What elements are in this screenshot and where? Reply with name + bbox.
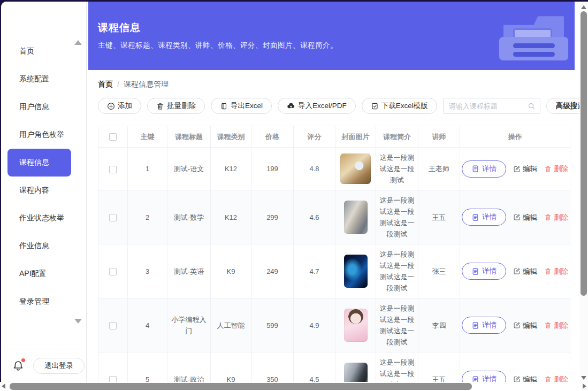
cell-actions: 详情 编辑 xyxy=(460,190,570,244)
detail-button-label: 详情 xyxy=(482,266,497,276)
delete-button[interactable]: 删除 xyxy=(544,212,568,223)
select-all-checkbox[interactable] xyxy=(109,133,117,141)
edit-button[interactable]: 编辑 xyxy=(513,212,537,223)
download-template-label: 下载Excel模版 xyxy=(381,101,428,111)
vertical-scrollbar[interactable] xyxy=(579,3,588,382)
delete-button[interactable]: 删除 xyxy=(544,163,568,174)
row-checkbox-cell xyxy=(98,190,128,244)
export-excel-label: 导出Excel xyxy=(231,101,263,111)
delete-button-label: 删除 xyxy=(554,266,568,277)
edit-button[interactable]: 编辑 xyxy=(513,266,537,277)
horizontal-scrollbar-thumb[interactable] xyxy=(10,383,472,390)
export-document-icon xyxy=(220,102,228,110)
column-header-课程简介: 课程简介 xyxy=(376,126,418,148)
sidebar-footer: 退出登录 xyxy=(1,349,86,382)
cell-id: 4 xyxy=(128,298,167,352)
sidebar-item-用户角色枚举[interactable]: 用户角色枚举 xyxy=(7,121,71,149)
sidebar-item-登录管理[interactable]: 登录管理 xyxy=(7,288,71,316)
edit-button-label: 编辑 xyxy=(523,320,537,331)
table-row: 3 测试-英语 K9 249 4.7 这是一段测试这是一段测试这是一段测试 张三… xyxy=(98,244,570,298)
row-checkbox[interactable] xyxy=(109,322,117,329)
column-header-主键: 主键 xyxy=(128,126,167,148)
main-panel: 课程信息 主键、课程标题、课程类别、讲师、价格、评分、封面图片、课程简介。 首页… xyxy=(88,2,588,391)
cell-price: 299 xyxy=(251,190,294,244)
sidebar-item-首页[interactable]: 首页 xyxy=(7,37,71,65)
document-check-icon xyxy=(371,102,379,110)
scroll-right-arrow-icon[interactable] xyxy=(583,384,586,389)
trash-icon xyxy=(156,102,164,110)
cell-actions: 详情 编辑 xyxy=(460,244,570,298)
scroll-left-arrow-icon[interactable] xyxy=(2,384,5,389)
row-checkbox[interactable] xyxy=(109,214,117,221)
row-checkbox[interactable] xyxy=(109,166,117,173)
detail-button[interactable]: 详情 xyxy=(462,263,506,280)
logout-button[interactable]: 退出登录 xyxy=(33,358,85,374)
sidebar-scroll-down-icon[interactable] xyxy=(74,319,82,324)
cell-cover xyxy=(335,298,376,352)
cell-id: 1 xyxy=(128,148,167,190)
cell-rating: 4.8 xyxy=(294,148,335,190)
cover-image xyxy=(344,309,368,342)
cell-intro: 这是一段测试这是一段测试 xyxy=(376,148,418,190)
edit-pen-icon xyxy=(513,213,521,221)
cell-actions: 详情 编辑 xyxy=(460,148,570,190)
sidebar-item-课程内容[interactable]: 课程内容 xyxy=(7,177,71,204)
delete-button[interactable]: 删除 xyxy=(544,266,568,277)
search-box xyxy=(443,98,540,114)
column-header-评分: 评分 xyxy=(294,126,335,148)
breadcrumb: 首页 / 课程信息管理 xyxy=(98,80,578,89)
edit-button[interactable]: 编辑 xyxy=(513,320,537,331)
sidebar-scroll-up-icon[interactable] xyxy=(74,40,82,45)
table-row: 1 测试-语文 K12 199 4.8 这是一段测试这是一段测试 王老师 详情 xyxy=(98,148,570,190)
row-checkbox[interactable] xyxy=(109,268,117,275)
detail-button[interactable]: 详情 xyxy=(462,209,506,226)
cell-teacher: 王老师 xyxy=(418,148,460,190)
row-checkbox-cell xyxy=(98,298,128,352)
delete-trash-icon xyxy=(544,165,552,173)
scroll-down-arrow-icon[interactable] xyxy=(581,376,586,380)
detail-button[interactable]: 详情 xyxy=(462,317,506,334)
sidebar-item-API配置[interactable]: API配置 xyxy=(7,260,71,288)
edit-pen-icon xyxy=(513,321,521,329)
batch-delete-button[interactable]: 批量删除 xyxy=(147,98,205,114)
search-icon[interactable] xyxy=(528,102,536,110)
cover-image xyxy=(344,201,368,234)
sidebar-item-作业状态枚举[interactable]: 作业状态枚举 xyxy=(7,204,71,232)
detail-button-label: 详情 xyxy=(482,212,497,222)
detail-button-label: 详情 xyxy=(482,320,497,330)
detail-document-icon xyxy=(471,321,479,329)
table-body: 1 测试-语文 K12 199 4.8 这是一段测试这是一段测试 王老师 详情 xyxy=(98,148,570,391)
sidebar-item-作业信息[interactable]: 作业信息 xyxy=(7,232,71,260)
sidebar-item-系统配置[interactable]: 系统配置 xyxy=(7,65,71,93)
edit-pen-icon xyxy=(513,267,521,275)
edit-button[interactable]: 编辑 xyxy=(513,163,537,174)
search-input[interactable] xyxy=(449,102,528,110)
sidebar-item-用户信息[interactable]: 用户信息 xyxy=(7,93,71,121)
cell-id: 2 xyxy=(128,190,167,244)
row-checkbox-cell xyxy=(98,148,128,190)
table-row: 2 测试-数学 K12 299 4.6 这是一段测试这是一段测试这是一段测试 王… xyxy=(98,190,570,244)
scroll-up-arrow-icon[interactable] xyxy=(581,5,586,9)
cell-cover xyxy=(335,148,376,190)
cell-price: 249 xyxy=(251,244,294,298)
column-header-课程类别: 课程类别 xyxy=(211,126,251,148)
horizontal-scrollbar[interactable] xyxy=(0,382,588,391)
download-template-button[interactable]: 下载Excel模版 xyxy=(362,98,437,114)
delete-trash-icon xyxy=(544,213,552,221)
delete-button[interactable]: 删除 xyxy=(544,320,568,331)
breadcrumb-home-link[interactable]: 首页 xyxy=(98,80,113,89)
add-button[interactable]: 添加 xyxy=(98,98,141,114)
import-excel-pdf-button[interactable]: 导入Excel/PDF xyxy=(278,98,356,114)
vertical-scrollbar-thumb[interactable] xyxy=(581,11,587,296)
notification-bell-icon[interactable] xyxy=(12,359,25,372)
delete-trash-icon xyxy=(544,321,552,329)
sidebar-item-课程信息[interactable]: 课程信息 xyxy=(7,149,71,177)
column-header-操作: 操作 xyxy=(460,126,570,148)
edit-button-label: 编辑 xyxy=(523,163,537,174)
detail-document-icon xyxy=(471,213,479,221)
detail-button[interactable]: 详情 xyxy=(462,160,506,178)
export-excel-button[interactable]: 导出Excel xyxy=(211,98,272,114)
edit-button-label: 编辑 xyxy=(523,266,537,277)
cell-course-title: 测试-英语 xyxy=(167,244,211,298)
cell-price: 199 xyxy=(251,148,294,190)
